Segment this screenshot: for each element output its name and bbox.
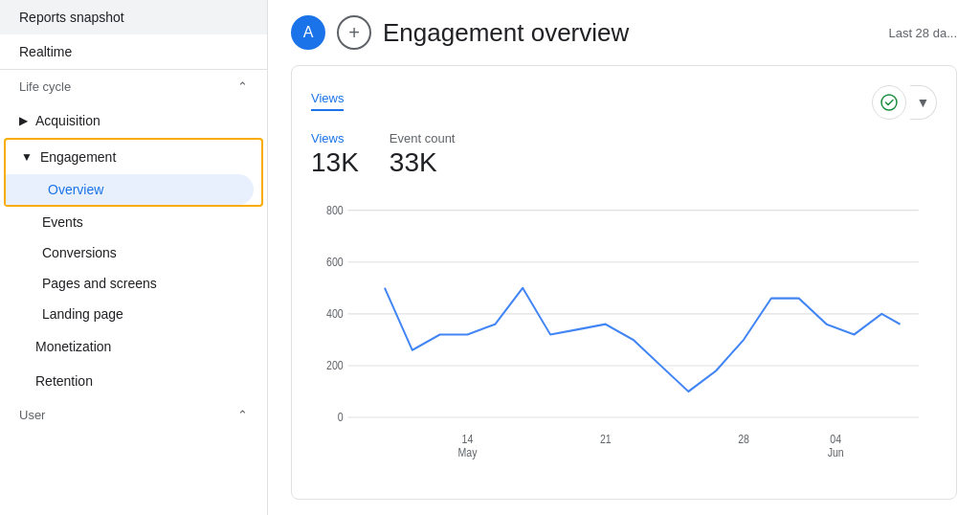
svg-text:14: 14 xyxy=(462,434,474,446)
page-title: Engagement overview xyxy=(383,18,629,48)
sidebar-item-conversions[interactable]: Conversions xyxy=(0,237,267,268)
metric-views-value: 13K xyxy=(311,147,359,178)
check-circle-icon xyxy=(880,94,898,111)
svg-point-0 xyxy=(881,95,897,110)
chevron-down-icon: ▼ xyxy=(21,150,33,164)
chart-controls: ▼ xyxy=(872,85,937,120)
chart-tabs: Views xyxy=(311,91,344,111)
svg-text:400: 400 xyxy=(326,308,344,321)
svg-text:800: 800 xyxy=(326,204,344,216)
sidebar-item-pages-screens[interactable]: Pages and screens xyxy=(0,268,267,299)
metric-event-count: Event count 33K xyxy=(390,131,456,178)
avatar[interactable]: A xyxy=(291,15,325,50)
engagement-section: ▼ Engagement Overview xyxy=(4,138,263,207)
svg-text:600: 600 xyxy=(326,257,344,269)
svg-text:200: 200 xyxy=(326,360,344,372)
sidebar-item-realtime[interactable]: Realtime xyxy=(0,34,267,69)
svg-text:May: May xyxy=(458,447,478,459)
chevron-up-icon: ⌃ xyxy=(237,79,248,94)
user-section-header[interactable]: User ⌃ xyxy=(0,398,267,432)
header-left: A + Engagement overview xyxy=(291,15,629,50)
svg-text:28: 28 xyxy=(738,434,749,446)
svg-text:04: 04 xyxy=(830,434,841,446)
chevron-right-icon: ▶ xyxy=(19,114,28,127)
sidebar-item-overview[interactable]: Overview xyxy=(6,174,254,205)
sidebar-item-monetization[interactable]: ▶ Monetization xyxy=(0,329,267,364)
metric-event-count-value: 33K xyxy=(390,147,456,178)
date-range[interactable]: Last 28 da... xyxy=(888,26,957,40)
compare-button[interactable] xyxy=(872,85,906,120)
tab-views[interactable]: Views xyxy=(311,91,344,111)
sidebar-item-landing-page[interactable]: Landing page xyxy=(0,299,267,329)
line-chart: 800 600 400 200 0 14 May 21 28 04 Jun xyxy=(311,190,937,480)
metric-event-count-label: Event count xyxy=(390,131,456,146)
lifecycle-section-header[interactable]: Life cycle ⌃ xyxy=(0,69,267,103)
svg-text:Jun: Jun xyxy=(828,447,844,459)
sidebar-item-events[interactable]: Events xyxy=(0,207,267,237)
sidebar-item-engagement[interactable]: ▼ Engagement xyxy=(6,140,261,174)
metric-views: Views 13K xyxy=(311,131,359,178)
chevron-up-icon-user: ⌃ xyxy=(237,408,248,422)
metrics-row: Views 13K Event count 33K xyxy=(311,131,937,178)
page-header: A + Engagement overview Last 28 da... xyxy=(291,15,957,50)
sidebar-item-acquisition[interactable]: ▶ Acquisition xyxy=(0,103,267,138)
dropdown-button[interactable]: ▼ xyxy=(910,85,937,120)
svg-text:21: 21 xyxy=(600,434,612,446)
sidebar-item-reports-snapshot[interactable]: Reports snapshot xyxy=(0,0,267,34)
chart-card: Views ▼ Views 13K Event count xyxy=(291,65,957,500)
metric-views-label: Views xyxy=(311,131,359,146)
chart-area: 800 600 400 200 0 14 May 21 28 04 Jun xyxy=(311,190,937,480)
add-button[interactable]: + xyxy=(337,15,371,50)
main-content: A + Engagement overview Last 28 da... Vi… xyxy=(268,0,980,515)
chevron-down-icon: ▼ xyxy=(917,95,930,110)
svg-text:0: 0 xyxy=(338,412,344,424)
sidebar: Reports snapshot Realtime Life cycle ⌃ ▶… xyxy=(0,0,268,515)
sidebar-item-retention[interactable]: ▶ Retention xyxy=(0,364,267,398)
